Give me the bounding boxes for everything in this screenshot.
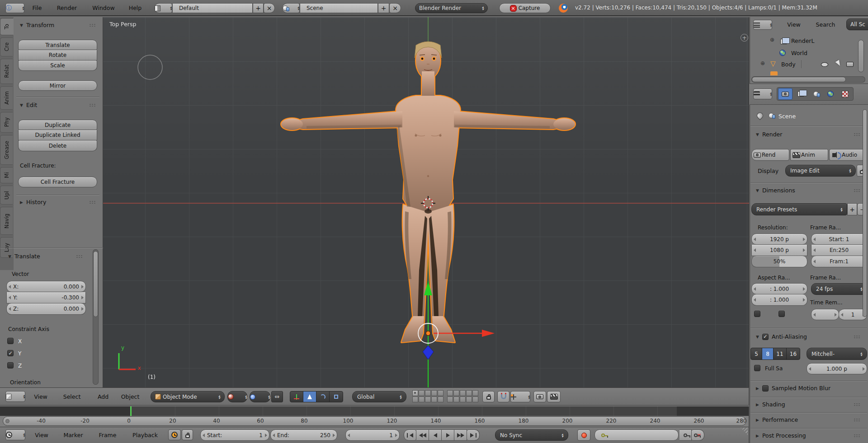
editor-type-selector-properties[interactable]: ▴▾ (753, 89, 772, 99)
outliner-item-renderlayers[interactable]: RenderL (791, 37, 814, 44)
editor-type-selector-info[interactable]: ⓘ▴▾ (5, 3, 24, 13)
add-layout-button[interactable]: + (253, 3, 264, 13)
duplicate-button[interactable]: Duplicate (18, 120, 97, 130)
edit-panel-header[interactable]: ▼Edit (20, 102, 37, 108)
vector-y-field[interactable]: Y:-0.300 (6, 292, 86, 303)
viewport-scene[interactable] (103, 17, 749, 387)
operator-panel-header[interactable]: ▼Translate (8, 253, 40, 260)
panel-grip[interactable] (89, 201, 96, 204)
timeline-scrollbar[interactable] (3, 416, 746, 426)
sync-mode-dropdown[interactable]: No Sync▴▾ (495, 429, 568, 441)
aa-samples-16[interactable]: 16 (787, 348, 800, 359)
tab-texture[interactable] (838, 88, 852, 100)
tab-render-layers[interactable] (793, 88, 808, 100)
outliner-item-world[interactable]: World (791, 50, 807, 56)
outliner-v-scrollbar-thumb[interactable] (858, 40, 864, 72)
current-frame-field[interactable]: 1 (345, 429, 400, 441)
shelf-tab-animation[interactable]: Anim (0, 86, 13, 110)
sampled-motion-blur-panel-header[interactable]: ▶Sampled Motion Blur (756, 385, 830, 392)
translate-gizmo[interactable] (418, 281, 495, 387)
tab-world[interactable] (823, 88, 838, 100)
render-audio-button[interactable]: Audio (829, 149, 867, 161)
editor-type-selector-outliner[interactable]: ▴▾ (753, 20, 772, 30)
panel-grip[interactable] (854, 133, 860, 136)
motion-blur-checkbox[interactable] (762, 385, 769, 392)
constraint-z-checkbox[interactable] (7, 362, 14, 368)
frame-start-field[interactable]: Start: 1 (811, 233, 867, 245)
outliner-menu-view[interactable]: View (785, 19, 803, 30)
time-remap-old-field[interactable] (811, 309, 839, 320)
panel-grip[interactable] (854, 403, 860, 406)
antialiasing-panel-header[interactable]: ▼✓Anti-Aliasing (756, 333, 807, 340)
duplicate-linked-button[interactable]: Duplicate Linked (18, 130, 97, 140)
time-cursor-toggle-button[interactable] (168, 429, 181, 440)
vector-z-field[interactable]: Z:0.000 (6, 303, 86, 315)
outliner-scope-dropdown[interactable]: All Sc (846, 19, 868, 30)
post-processing-panel-header[interactable]: ▶Post Processing (756, 432, 806, 439)
shelf-tab-tools[interactable]: To (0, 18, 14, 35)
menu-file[interactable]: File (28, 3, 46, 14)
add-preset-button[interactable]: + (847, 203, 857, 215)
rotate-button[interactable]: Rotate (18, 50, 97, 61)
viewport-shading-dropdown[interactable]: ▴▾ (227, 391, 247, 402)
resolution-x-field[interactable]: 1920 p (751, 233, 807, 245)
viewport-menu-add[interactable]: Add (95, 391, 111, 403)
jump-to-end-button[interactable] (467, 429, 480, 441)
aa-samples-8[interactable]: 8 (762, 348, 774, 359)
aspect-y-field[interactable]: : 1.000 (751, 294, 807, 306)
shelf-tab-relations[interactable]: Relat (0, 59, 13, 84)
aspect-x-field[interactable]: : 1.000 (751, 283, 807, 294)
timeline-menu-playback[interactable]: Playback (130, 429, 160, 441)
manipulator-rotate-button[interactable] (316, 392, 330, 402)
crop-checkbox[interactable] (778, 311, 785, 317)
frame-end-field[interactable]: En:250 (811, 245, 867, 256)
operator-panel-scrollbar-thumb[interactable] (93, 251, 98, 317)
resolution-percentage-slider[interactable]: 50% (751, 256, 807, 267)
scene-name-field[interactable]: Scene (300, 3, 378, 13)
manipulator-enable-button[interactable] (290, 392, 303, 402)
jump-to-start-button[interactable] (404, 429, 416, 441)
panel-grip[interactable] (89, 103, 96, 107)
screen-layout-icon-button[interactable]: ▴▾ (154, 3, 172, 13)
expand-toggle[interactable]: ⊕ (770, 37, 774, 43)
dimensions-panel-header[interactable]: ▼Dimensions (756, 187, 795, 194)
panel-grip[interactable] (854, 418, 860, 422)
manipulate-center-points-toggle[interactable]: ⇔ (271, 391, 283, 402)
constraint-x-checkbox[interactable] (7, 338, 14, 344)
aa-filter-size-field[interactable]: 1.000 p (807, 363, 867, 374)
tab-scene[interactable] (809, 88, 823, 100)
delete-button[interactable]: Delete (18, 140, 97, 151)
render-panel-header[interactable]: ▼Render (756, 131, 782, 138)
shelf-tab-misc[interactable]: Mi (0, 167, 13, 183)
manipulator-scale-button[interactable] (330, 392, 343, 402)
aa-samples-11[interactable]: 11 (774, 348, 787, 359)
viewport-menu-object[interactable]: Object (118, 391, 142, 403)
tab-render[interactable] (778, 88, 793, 100)
pivot-point-dropdown[interactable]: ▴▾ (250, 391, 270, 402)
frame-rate-dropdown[interactable]: 24 fps▴▾ (811, 283, 867, 295)
panel-grip[interactable] (89, 23, 96, 27)
timeline-menu-frame[interactable]: Frame (97, 429, 118, 441)
capture-button[interactable]: ×Capture (499, 3, 551, 13)
menu-render[interactable]: Render (53, 3, 80, 14)
snap-toggle-button[interactable] (497, 391, 509, 402)
outliner-item-body[interactable]: Body (781, 61, 796, 68)
panel-grip[interactable] (76, 255, 83, 258)
shading-panel-header[interactable]: ▶Shading (756, 401, 785, 408)
play-button[interactable] (442, 429, 454, 441)
viewport-menu-view[interactable]: View (32, 391, 50, 403)
insert-keyframe-button[interactable] (679, 429, 692, 441)
scene-icon-button[interactable]: ▴▾ (282, 3, 300, 13)
timeline-menu-marker[interactable]: Marker (61, 429, 86, 441)
shelf-tab-navigation[interactable]: Navig (0, 207, 13, 235)
frame-start-field[interactable]: Start:1 (200, 429, 269, 441)
aa-filter-dropdown[interactable]: Mitchell-▴▾ (807, 348, 867, 360)
render-presets-dropdown[interactable]: Render Presets▴▾ (751, 203, 847, 215)
layers-group-1[interactable] (412, 390, 443, 402)
render-engine-dropdown[interactable]: Blender Render▴▾ (415, 3, 488, 13)
resolution-y-field[interactable]: 1080 p (751, 245, 807, 256)
cell-fracture-button[interactable]: Cell Fracture (18, 177, 97, 187)
previous-keyframe-button[interactable] (416, 429, 429, 441)
add-scene-button[interactable]: + (378, 3, 389, 13)
play-reverse-button[interactable] (429, 429, 442, 441)
